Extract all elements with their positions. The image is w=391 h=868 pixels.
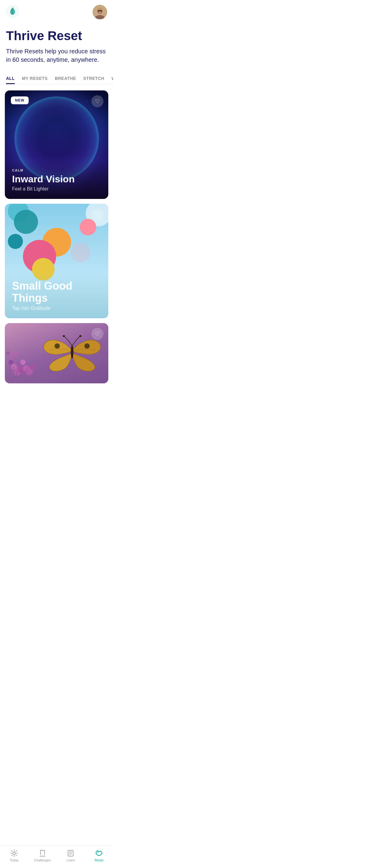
filter-tabs: ALL MY RESETS BREATHE STRETCH WON: [0, 73, 113, 84]
nav-label-reset: Reset: [95, 858, 104, 862]
svg-line-37: [16, 851, 17, 851]
heart-icon: ♡: [95, 212, 100, 217]
learn-icon: [67, 849, 75, 857]
card-inward-vision-content: CALM Inward Vision Feel a Bit Lighter: [5, 161, 108, 199]
page-subtitle: Thrive Resets help you reduce stress in …: [6, 47, 107, 64]
bottom-spacer: [0, 390, 113, 416]
heart-icon: ♡: [95, 98, 100, 104]
svg-point-29: [79, 335, 81, 337]
challenges-icon: [38, 849, 47, 857]
nav-label-today: Today: [10, 858, 19, 862]
card-title: Inward Vision: [12, 174, 101, 184]
svg-point-6: [98, 10, 99, 12]
svg-point-19: [13, 351, 18, 355]
bubble-decoration: [80, 219, 96, 236]
svg-point-26: [84, 343, 90, 349]
svg-point-25: [55, 343, 60, 349]
card-small-good-things[interactable]: ♡ Small Good Things Tap Into Gratitude: [5, 204, 108, 318]
page-title: Thrive Reset: [6, 29, 107, 43]
svg-line-38: [11, 855, 12, 856]
user-avatar[interactable]: [93, 5, 107, 19]
svg-point-28: [63, 335, 65, 337]
card-small-good-things-content: Small Good Things Tap Into Gratitude: [5, 273, 108, 318]
svg-point-18: [6, 351, 10, 355]
new-badge: NEW: [11, 96, 29, 104]
tab-breathe[interactable]: BREATHE: [55, 73, 76, 84]
title-section: Thrive Reset Thrive Resets help you redu…: [0, 24, 113, 73]
nav-item-reset[interactable]: Reset: [90, 849, 108, 862]
today-icon: [10, 849, 18, 857]
logo-icon: [6, 5, 19, 18]
svg-point-14: [10, 355, 15, 360]
tab-my-resets[interactable]: MY RESETS: [22, 73, 48, 84]
cards-container: NEW ♡ CALM Inward Vision Feel a Bit Ligh…: [0, 84, 113, 390]
svg-point-17: [29, 364, 35, 370]
svg-point-13: [16, 361, 21, 366]
bubble-decoration: [14, 210, 38, 234]
svg-point-15: [20, 360, 26, 365]
card-description: Feel a Bit Lighter: [12, 186, 101, 192]
favorite-button-small-good-things[interactable]: ♡: [91, 209, 104, 221]
stars-decoration: [5, 90, 108, 199]
card-inward-vision[interactable]: NEW ♡ CALM Inward Vision Feel a Bit Ligh…: [5, 90, 108, 199]
nav-item-challenges[interactable]: Challenges: [33, 849, 52, 862]
card-category: CALM: [12, 168, 101, 172]
svg-point-7: [101, 10, 102, 12]
nav-item-today[interactable]: Today: [5, 849, 23, 862]
favorite-button-inward-vision[interactable]: ♡: [91, 95, 104, 107]
tab-stretch[interactable]: STRETCH: [83, 73, 104, 84]
svg-line-35: [11, 851, 12, 851]
card-butterfly[interactable]: ♡: [5, 323, 108, 383]
card-description: Tap Into Gratitude: [12, 306, 101, 311]
bubble-decoration: [71, 243, 90, 262]
favorite-button-butterfly[interactable]: ♡: [91, 328, 104, 340]
card-title: Small Good Things: [12, 280, 101, 304]
nav-item-learn[interactable]: Learn: [61, 849, 80, 862]
reset-icon: [95, 849, 103, 857]
heart-icon: ♡: [95, 331, 100, 337]
bubble-decoration: [8, 234, 23, 249]
nav-label-learn: Learn: [66, 858, 75, 862]
svg-line-36: [16, 855, 17, 856]
tab-won[interactable]: WON: [112, 73, 113, 84]
logo[interactable]: [6, 5, 19, 19]
svg-point-27: [71, 345, 74, 359]
nav-label-challenges: Challenges: [34, 858, 51, 862]
tab-all[interactable]: ALL: [6, 73, 15, 84]
bottom-nav: Today Challenges Learn Reset: [0, 845, 113, 868]
svg-point-30: [13, 852, 16, 855]
app-header: [0, 0, 113, 24]
